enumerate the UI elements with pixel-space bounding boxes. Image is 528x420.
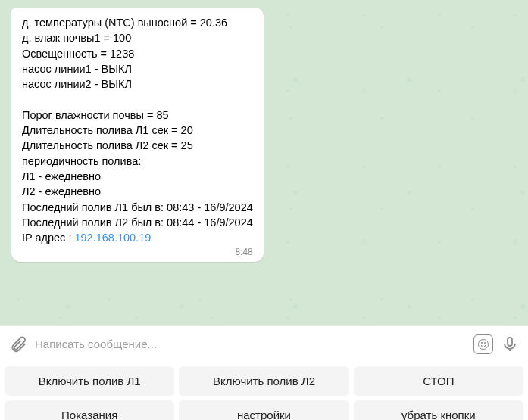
enable-watering-l1-button[interactable]: Включить полив Л1 [5, 366, 174, 396]
msg-line: Л1 - ежедневно [22, 170, 101, 182]
ip-label: IP адрес : [22, 232, 74, 244]
message-input[interactable] [35, 338, 466, 350]
enable-watering-l2-button[interactable]: Включить полив Л2 [179, 366, 348, 396]
input-bar [0, 325, 528, 362]
settings-button[interactable]: настройки [179, 400, 348, 420]
msg-line: Последний полив Л1 был в: 08:43 - 16/9/2… [22, 201, 253, 213]
message-bubble: д. температуры (NTC) выносной = 20.36 д.… [11, 8, 264, 262]
message-content: д. температуры (NTC) выносной = 20.36 д.… [22, 15, 253, 245]
readings-button[interactable]: Показания [5, 400, 174, 420]
msg-line: Порог влажности почвы = 85 [22, 109, 169, 121]
msg-line: Длительность полива Л1 сек = 20 [22, 124, 193, 136]
mic-icon[interactable] [501, 335, 519, 353]
keyboard-row: Включить полив Л1 Включить полив Л2 СТОП [5, 366, 523, 396]
msg-line: д. температуры (NTC) выносной = 20.36 [22, 17, 227, 29]
sticker-icon[interactable] [473, 334, 493, 354]
msg-line: Освещенность = 1238 [22, 48, 134, 60]
attach-icon[interactable] [9, 335, 27, 353]
keyboard-row: Показания настройки убрать кнопки [5, 400, 523, 420]
stop-button[interactable]: СТОП [354, 366, 523, 396]
svg-rect-0 [508, 338, 512, 346]
message-time: 8:48 [22, 247, 253, 257]
chat-area: д. температуры (NTC) выносной = 20.36 д.… [0, 0, 528, 325]
msg-line: Л2 - ежедневно [22, 185, 101, 198]
msg-line: д. влаж почвы1 = 100 [22, 32, 131, 44]
msg-line: периодичность полива: [22, 155, 141, 167]
keyboard-area: Включить полив Л1 Включить полив Л2 СТОП… [0, 362, 528, 420]
msg-line: насос линии2 - ВЫКЛ [22, 78, 132, 90]
msg-line: насос линии1 - ВЫКЛ [22, 63, 132, 75]
msg-line: Длительность полива Л2 сек = 25 [22, 139, 193, 151]
msg-line: Последний полив Л2 был в: 08:44 - 16/9/2… [22, 216, 253, 229]
remove-buttons-button[interactable]: убрать кнопки [354, 400, 523, 420]
ip-link[interactable]: 192.168.100.19 [74, 232, 151, 244]
